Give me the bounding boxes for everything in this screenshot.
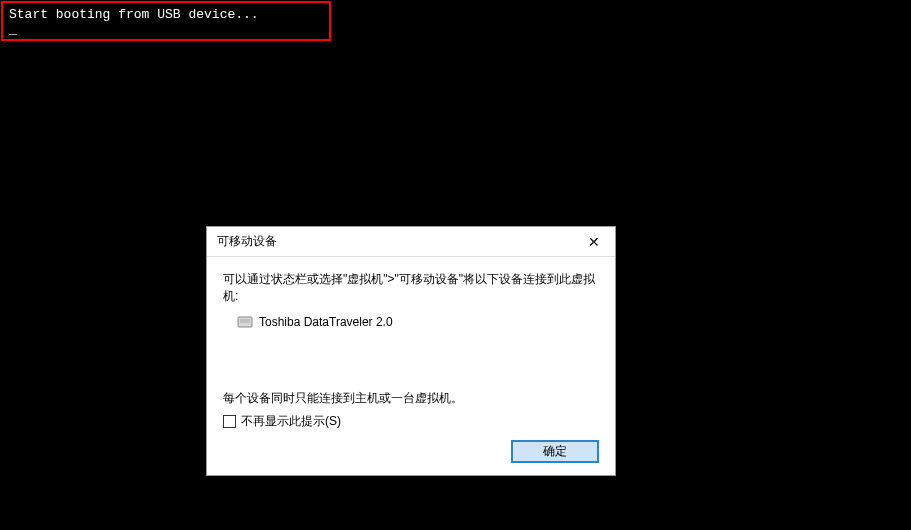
ok-button[interactable]: 确定 xyxy=(511,440,599,463)
ok-button-label: 确定 xyxy=(543,443,567,460)
close-icon: ✕ xyxy=(588,234,600,250)
boot-message: Start booting from USB device... xyxy=(9,7,323,22)
boot-highlight-box: Start booting from USB device... _ xyxy=(1,1,331,41)
device-name: Toshiba DataTraveler 2.0 xyxy=(259,315,393,329)
dont-show-label[interactable]: 不再显示此提示(S) xyxy=(241,413,341,430)
svg-rect-1 xyxy=(240,319,250,323)
boot-cursor: _ xyxy=(9,22,323,37)
dialog-title-bar[interactable]: 可移动设备 ✕ xyxy=(207,227,615,257)
button-row: 确定 xyxy=(223,440,599,463)
dialog-note: 每个设备同时只能连接到主机或一台虚拟机。 xyxy=(223,390,599,407)
removable-devices-dialog: 可移动设备 ✕ 可以通过状态栏或选择"虚拟机">"可移动设备"将以下设备连接到此… xyxy=(206,226,616,476)
dialog-body: 可以通过状态栏或选择"虚拟机">"可移动设备"将以下设备连接到此虚拟机: Tos… xyxy=(207,257,615,475)
dialog-instruction: 可以通过状态栏或选择"虚拟机">"可移动设备"将以下设备连接到此虚拟机: xyxy=(223,271,599,305)
dialog-title: 可移动设备 xyxy=(217,233,277,250)
drive-icon xyxy=(237,315,253,329)
close-button[interactable]: ✕ xyxy=(573,227,615,256)
checkbox-row: 不再显示此提示(S) xyxy=(223,413,599,430)
dont-show-checkbox[interactable] xyxy=(223,415,236,428)
dialog-bottom-area: 每个设备同时只能连接到主机或一台虚拟机。 不再显示此提示(S) 确定 xyxy=(223,390,599,463)
device-row: Toshiba DataTraveler 2.0 xyxy=(223,315,599,329)
